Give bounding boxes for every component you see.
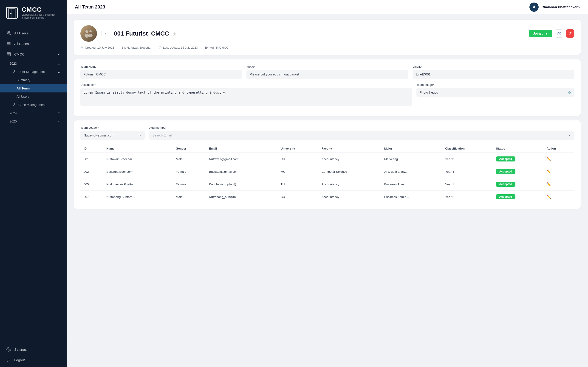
star-icon[interactable]: ★ [173,31,177,36]
col-name: Name [103,144,173,153]
gear-icon [6,347,11,352]
sidebar-item-cmcc[interactable]: CMCC ▲ [0,49,67,59]
row-edit-button[interactable]: ✏️ [547,195,551,199]
sidebar-item-logout[interactable]: Logout [0,355,67,365]
user-mgmt-icon [13,70,17,74]
topbar-title: All Team 2023 [75,4,105,10]
back-button[interactable]: ‹ [102,30,109,37]
row-edit-button[interactable]: ✏️ [547,169,551,174]
created-by-info: By: Nuttawut Sreechai [121,46,151,49]
team-avatar-image [80,25,97,42]
team-image-input-wrapper: 🔗 [416,88,574,97]
team-leader-label: Team Leader* [80,126,145,129]
topbar-user: A Chaianan Phattanakarn [529,2,580,12]
svg-point-17 [86,30,88,33]
form-row-1: Team Name* Motto* LineID* [80,65,574,79]
sidebar-item-all-cases[interactable]: All Cases [0,38,67,49]
team-image-label: Team Image* [416,83,574,86]
last-update-info: Last Update: 15 July 2023 [158,46,198,49]
line-id-input[interactable] [413,70,574,79]
svg-point-5 [9,31,10,33]
description-textarea[interactable] [80,88,412,106]
sidebar-item-settings[interactable]: Settings [0,344,67,355]
svg-rect-3 [10,13,11,14]
status-badge: Accepted [496,156,515,161]
team-form-card: Team Name* Motto* LineID* Description* [74,59,581,116]
sidebar: CMCC Capital Market Case Competition in … [0,0,67,367]
sub-all-users-label: All Users [17,95,29,98]
cell-major: Business Admin... [381,191,442,203]
sidebar-subitem-case-management[interactable]: Case Management [0,101,67,109]
team-title-area: 001 Futurist_CMCC ★ [114,30,177,37]
row-edit-button[interactable]: ✏️ [547,157,551,161]
col-action: Action [544,144,574,153]
cell-classification: Year 2 [442,191,493,203]
team-name-label: Futurist_CMCC [126,30,169,37]
logout-label: Logout [14,358,25,362]
joined-button[interactable]: Joined ▼ [529,30,552,37]
team-header: ‹ 001 Futurist_CMCC ★ Joined ▼ [80,25,574,42]
clock-icon [158,46,162,49]
logo-area: CMCC Capital Market Case Competition in … [0,0,67,24]
cell-major: AI & data analy... [381,165,442,178]
sidebar-subitem-user-management[interactable]: User Management ▲ [0,68,67,76]
cell-status: Accepted [493,165,543,178]
cell-id: 001 [80,153,103,165]
all-team-label: All Team [17,86,30,90]
team-name-input[interactable] [80,70,242,79]
sidebar-subitem-all-users[interactable]: All Users [0,92,67,101]
add-member-label: Add member [149,126,574,129]
members-table-head: ID Name Gender Email University Faculty … [80,144,574,153]
sidebar-subitem-all-team[interactable]: All Team [0,84,67,92]
team-leader-select[interactable]: Nuttawut@gmail.com [80,131,145,140]
add-member-field: Add member Search Email... ▼ [149,126,574,140]
cell-action: ✏️ [544,153,574,165]
user-avatar: A [529,2,539,12]
col-classification: Classification [442,144,493,153]
last-update-label: Last Update: 15 July 2023 [163,46,198,49]
sidebar-subitem-summary[interactable]: Summary [0,76,67,84]
cell-action: ✏️ [544,178,574,191]
cell-university: MU [277,165,318,178]
col-email: Email [206,144,277,153]
summary-label: Summary [17,78,30,82]
svg-point-19 [89,30,92,32]
cell-faculty: Computer Science [318,165,381,178]
list-icon [6,41,11,46]
row-edit-button[interactable]: ✏️ [547,182,551,186]
motto-input[interactable] [246,70,408,79]
team-avatar [80,25,97,42]
cell-gender: Female [173,178,206,191]
form-group-team-image: Team Image* 🔗 [416,83,574,106]
trash-icon [569,32,572,35]
sidebar-item-all-users[interactable]: All Users [0,28,67,38]
created-info: Created: 10 July 2023 [80,46,114,49]
sidebar-subitem-2023[interactable]: 2023 ▲ [0,59,67,68]
team-header-actions: Joined ▼ [529,29,574,38]
sidebar-subitem-2025[interactable]: 2025 ▼ [0,117,67,125]
sidebar-subitem-2024[interactable]: 2024 ▼ [0,109,67,117]
cell-action: ✏️ [544,191,574,203]
cell-name: Kodchakorn Phatta... [103,178,173,191]
team-image-input[interactable] [416,88,574,97]
team-leader-field: Team Leader* Nuttawut@gmail.com ▼ [80,126,145,140]
edit-button[interactable] [555,29,563,38]
cell-id: 007 [80,191,103,203]
cell-email: Nuttawut@gmail.com [206,153,277,165]
created-label: Created: 10 July 2023 [85,46,114,49]
user-name: Chaianan Phattanakarn [541,5,580,9]
cell-name: Bussaba Boonserm [103,165,173,178]
svg-point-14 [14,103,15,105]
members-table-wrap: ID Name Gender Email University Faculty … [80,144,574,203]
add-member-select[interactable]: Search Email... [149,131,574,140]
table-icon [6,52,11,56]
cell-action: ✏️ [544,165,574,178]
sidebar-label-cmcc: CMCC [14,52,25,56]
members-card: Team Leader* Nuttawut@gmail.com ▼ Add me… [74,120,581,209]
table-row: 002 Bussaba Boonserm Female Bussaba@gmai… [80,165,574,178]
members-table-body: 001 Nuttawut Sreechai Male Nuttawut@gmai… [80,153,574,203]
cell-email: Kodchakorn_phat@... [206,178,277,191]
content-area: ‹ 001 Futurist_CMCC ★ Joined ▼ [67,14,588,367]
delete-button[interactable] [566,29,574,38]
cmcc-logo-icon [6,6,18,19]
